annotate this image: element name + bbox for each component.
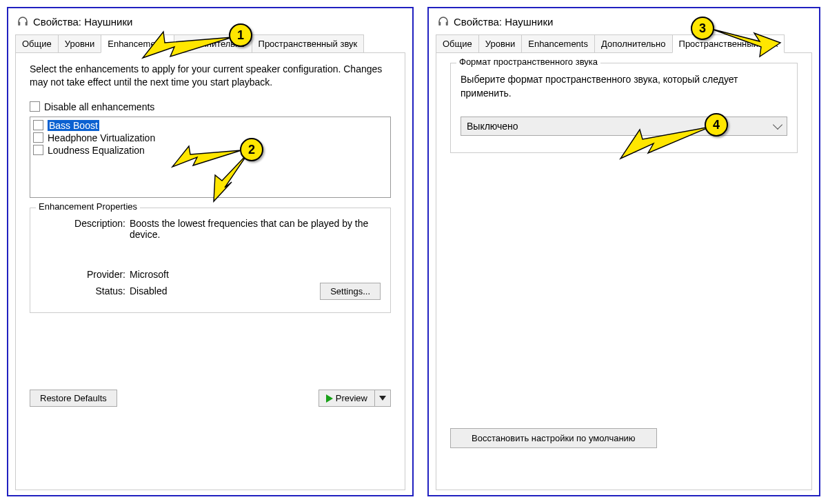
disable-all-checkbox[interactable] <box>30 101 40 112</box>
play-icon <box>326 394 333 403</box>
enhancements-intro: Select the enhancements to apply for you… <box>30 63 391 89</box>
list-item[interactable]: Headphone Virtualization <box>33 132 387 144</box>
status-value: Disabled <box>130 285 320 296</box>
preview-split-button[interactable]: Preview <box>319 390 391 407</box>
window-title: Свойства: Наушники <box>454 16 553 28</box>
restore-defaults-button[interactable]: Восстановить настройки по умолчанию <box>450 428 657 448</box>
enhancement-checkbox[interactable] <box>33 120 43 130</box>
svg-rect-0 <box>18 22 20 26</box>
settings-button[interactable]: Settings... <box>320 283 381 300</box>
tab-levels[interactable]: Уровни <box>58 34 101 52</box>
group-legend: Enhancement Properties <box>36 201 140 212</box>
enhancement-checkbox[interactable] <box>33 132 43 143</box>
enhancements-pane: Select the enhancements to apply for you… <box>15 53 405 490</box>
enhancement-label: Loudness Equalization <box>48 145 145 156</box>
svg-rect-5 <box>438 22 441 26</box>
annotation-arrow <box>143 30 239 65</box>
annotation-callout: 3 <box>691 17 714 40</box>
svg-rect-1 <box>26 22 28 26</box>
restore-defaults-button[interactable]: Restore Defaults <box>30 390 117 407</box>
provider-value: Microsoft <box>130 269 381 280</box>
description-value: Boosts the lowest frequencies that can b… <box>130 218 381 240</box>
svg-marker-2 <box>143 32 232 58</box>
preview-button[interactable]: Preview <box>319 390 375 407</box>
chevron-down-icon <box>379 396 386 401</box>
annotation-callout: 2 <box>240 138 263 161</box>
tab-general[interactable]: Общие <box>436 34 479 52</box>
spatial-format-text: Выберите формат пространственного звука,… <box>461 73 778 100</box>
window-spatial-sound: Свойства: Наушники Общие Уровни Enhancem… <box>427 7 820 496</box>
preview-dropdown[interactable] <box>375 390 391 407</box>
enhancement-label: Bass Boost <box>48 120 99 131</box>
enhancement-checkbox[interactable] <box>33 145 43 155</box>
combo-value: Выключено <box>467 121 518 132</box>
preview-label: Preview <box>336 393 367 403</box>
group-legend: Формат пространственного звука <box>456 57 600 67</box>
enhancement-properties-group: Enhancement Properties Description: Boos… <box>30 208 391 313</box>
svg-marker-7 <box>711 29 780 57</box>
chevron-down-icon <box>773 120 782 130</box>
annotation-callout: 4 <box>705 113 728 137</box>
tab-enhancements[interactable]: Enhancements <box>521 34 595 52</box>
svg-marker-4 <box>214 153 248 201</box>
annotation-arrow <box>711 25 780 58</box>
provider-label: Provider: <box>40 269 130 280</box>
annotation-arrow <box>620 124 717 165</box>
tab-levels[interactable]: Уровни <box>478 34 522 52</box>
svg-marker-8 <box>620 127 710 159</box>
bottom-row: Restore Defaults Preview <box>30 390 391 407</box>
tab-general[interactable]: Общие <box>15 34 59 52</box>
disable-all-row[interactable]: Disable all enhancements <box>30 101 391 112</box>
headphones-icon <box>437 15 449 28</box>
status-label: Status: <box>40 285 130 296</box>
list-item[interactable]: Bass Boost <box>33 119 387 132</box>
description-label: Description: <box>40 218 130 240</box>
headphones-icon <box>17 15 29 28</box>
enhancement-label: Headphone Virtualization <box>48 132 155 143</box>
window-enhancements: Свойства: Наушники Общие Уровни Enhancem… <box>7 7 414 496</box>
restore-button-wrap: Восстановить настройки по умолчанию <box>450 428 657 448</box>
svg-rect-6 <box>446 22 448 26</box>
annotation-callout: 1 <box>229 23 252 47</box>
disable-all-label: Disable all enhancements <box>44 101 154 112</box>
window-title: Свойства: Наушники <box>33 16 132 28</box>
tab-spatial-sound[interactable]: Пространственный звук <box>252 34 365 52</box>
tab-advanced[interactable]: Дополнительно <box>594 34 673 52</box>
spatial-sound-pane: Формат пространственного звука Выберите … <box>436 53 812 490</box>
